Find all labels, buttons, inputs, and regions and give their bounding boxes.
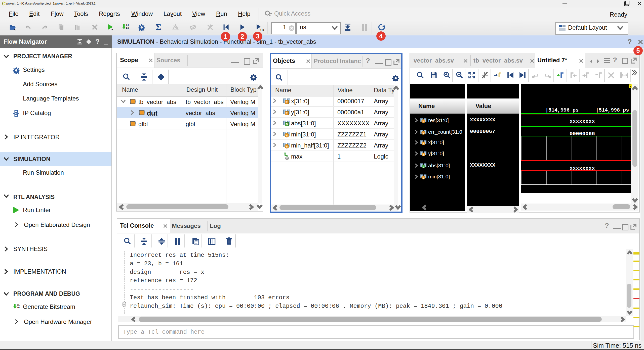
svg-text:10: 10 [17, 306, 20, 309]
svg-text:O: O [286, 123, 288, 126]
svg-text:(T): (T) [260, 28, 264, 31]
svg-text:10: 10 [126, 27, 129, 29]
svg-text:0: 0 [423, 165, 424, 168]
svg-text:01: 01 [126, 24, 129, 27]
svg-text:I: I [286, 101, 288, 104]
svg-text:v: v [423, 132, 424, 135]
svg-text:v: v [423, 120, 424, 123]
svg-text:v: v [423, 176, 424, 179]
svg-text:v: v [286, 145, 288, 148]
svg-text:01: 01 [17, 304, 20, 306]
svg-text:I: I [286, 112, 288, 115]
svg-text:I: I [423, 153, 424, 156]
svg-text:v: v [286, 134, 288, 137]
svg-text:I: I [423, 142, 424, 145]
